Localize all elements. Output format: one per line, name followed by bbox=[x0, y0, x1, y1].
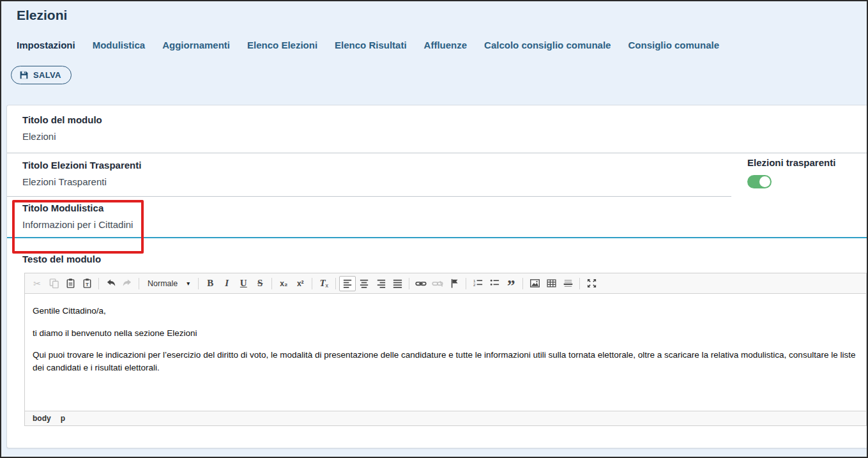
paste-icon[interactable] bbox=[62, 276, 79, 291]
format-value: Normale bbox=[148, 279, 178, 288]
svg-text:T: T bbox=[86, 282, 89, 287]
toggle-label: Elezioni trasparenti bbox=[747, 157, 867, 168]
tab-aggiornamenti[interactable]: Aggiornamenti bbox=[162, 40, 230, 50]
svg-text:2: 2 bbox=[473, 282, 476, 287]
tab-affluenze[interactable]: Affluenze bbox=[424, 40, 468, 50]
editor-element-path: body p bbox=[25, 411, 866, 425]
chevron-down-icon: ▾ bbox=[187, 280, 190, 287]
save-button[interactable]: SALVA bbox=[11, 66, 72, 84]
link-icon[interactable] bbox=[413, 276, 429, 291]
undo-icon[interactable] bbox=[102, 276, 119, 291]
image-icon[interactable] bbox=[526, 276, 543, 291]
strikethrough-icon[interactable]: S bbox=[252, 276, 268, 291]
toolbar-separator bbox=[335, 278, 336, 289]
field-label: Titolo Elezioni Trasparenti bbox=[22, 160, 731, 171]
align-left-icon[interactable] bbox=[339, 276, 356, 291]
paragraph-format-dropdown[interactable]: Normale ▾ bbox=[142, 278, 195, 289]
align-right-icon[interactable] bbox=[372, 276, 389, 291]
tab-bar: Impostazioni Modulistica Aggiornamenti E… bbox=[1, 40, 867, 50]
editor-toolbar: ✂ T bbox=[25, 273, 866, 294]
anchor-flag-icon[interactable] bbox=[446, 276, 462, 291]
elezioni-trasparenti-toggle[interactable] bbox=[747, 175, 772, 188]
titolo-elezioni-trasparenti-input[interactable]: Elezioni Trasparenti bbox=[22, 176, 731, 187]
bulleted-list-icon[interactable] bbox=[486, 276, 503, 291]
cut-icon[interactable]: ✂ bbox=[29, 276, 45, 291]
titolo-del-modulo-input[interactable]: Elezioni bbox=[22, 131, 867, 142]
editor-paragraph: Qui puoi trovare le indicazioni per l’es… bbox=[33, 349, 858, 374]
tab-elenco-risultati[interactable]: Elenco Risultati bbox=[335, 40, 407, 50]
italic-icon[interactable]: I bbox=[218, 276, 235, 291]
field-label: Titolo del modulo bbox=[22, 114, 867, 125]
editor-paragraph: Gentile Cittadino/a, bbox=[33, 305, 858, 317]
toggle-column: Elezioni trasparenti bbox=[731, 153, 867, 197]
bold-icon[interactable]: B bbox=[202, 276, 218, 291]
table-icon[interactable] bbox=[543, 276, 560, 291]
tab-modulistica[interactable]: Modulistica bbox=[93, 40, 146, 50]
toolbar-separator bbox=[312, 278, 312, 289]
settings-card: Titolo del modulo Elezioni Titolo Elezio… bbox=[6, 105, 867, 448]
action-bar: SALVA bbox=[11, 66, 867, 84]
align-center-icon[interactable] bbox=[356, 276, 372, 291]
tab-impostazioni[interactable]: Impostazioni bbox=[17, 40, 75, 50]
toolbar-separator bbox=[522, 278, 523, 289]
toolbar-separator bbox=[198, 278, 199, 289]
toolbar-separator bbox=[409, 278, 409, 289]
field-titolo-elezioni-trasparenti: Titolo Elezioni Trasparenti Elezioni Tra… bbox=[7, 153, 731, 197]
rich-text-editor: ✂ T bbox=[24, 273, 867, 426]
floppy-disk-icon bbox=[19, 70, 29, 80]
superscript-icon[interactable]: x² bbox=[292, 276, 308, 291]
save-button-label: SALVA bbox=[33, 70, 61, 80]
redo-icon[interactable] bbox=[119, 276, 135, 291]
tab-elenco-elezioni[interactable]: Elenco Elezioni bbox=[247, 40, 317, 50]
ordered-list-icon[interactable]: 12 bbox=[469, 276, 486, 291]
paste-text-icon[interactable]: T bbox=[79, 276, 95, 291]
toolbar-separator bbox=[579, 278, 580, 289]
underline-icon[interactable]: U bbox=[235, 276, 252, 291]
titolo-modulistica-input[interactable]: Informazioni per i Cittadini bbox=[22, 219, 867, 230]
toolbar-separator bbox=[139, 278, 139, 289]
editor-content-area[interactable]: Gentile Cittadino/a, ti diamo il benvenu… bbox=[25, 294, 866, 411]
field-label: Titolo Modulistica bbox=[22, 202, 867, 213]
justify-icon[interactable] bbox=[389, 276, 406, 291]
field-label: Testo del modulo bbox=[22, 254, 867, 264]
field-titolo-modulistica: Titolo Modulistica Informazioni per i Ci… bbox=[7, 197, 867, 238]
toolbar-separator bbox=[98, 278, 99, 289]
copy-icon[interactable] bbox=[45, 276, 62, 291]
horizontal-rule-icon[interactable] bbox=[560, 276, 576, 291]
toggle-knob bbox=[759, 176, 770, 187]
field-testo-del-modulo-label: Testo del modulo bbox=[7, 238, 867, 273]
remove-format-icon[interactable]: Tx bbox=[316, 276, 332, 291]
page-title: Elezioni bbox=[1, 1, 867, 23]
path-p[interactable]: p bbox=[61, 414, 65, 423]
maximize-icon[interactable] bbox=[583, 276, 600, 291]
field-row-trasparenti: Titolo Elezioni Trasparenti Elezioni Tra… bbox=[7, 153, 867, 197]
unlink-icon[interactable] bbox=[429, 276, 446, 291]
path-body[interactable]: body bbox=[33, 414, 51, 423]
subscript-icon[interactable]: x₂ bbox=[275, 276, 292, 291]
blockquote-icon[interactable]: ” bbox=[503, 276, 519, 291]
tab-consiglio-comunale[interactable]: Consiglio comunale bbox=[628, 40, 719, 50]
editor-paragraph: ti diamo il benvenuto nella sezione Elez… bbox=[33, 327, 858, 340]
toolbar-separator bbox=[466, 278, 466, 289]
field-titolo-del-modulo: Titolo del modulo Elezioni bbox=[7, 105, 867, 153]
toolbar-separator bbox=[271, 278, 272, 289]
tab-calcolo-consiglio-comunale[interactable]: Calcolo consiglio comunale bbox=[484, 40, 611, 50]
